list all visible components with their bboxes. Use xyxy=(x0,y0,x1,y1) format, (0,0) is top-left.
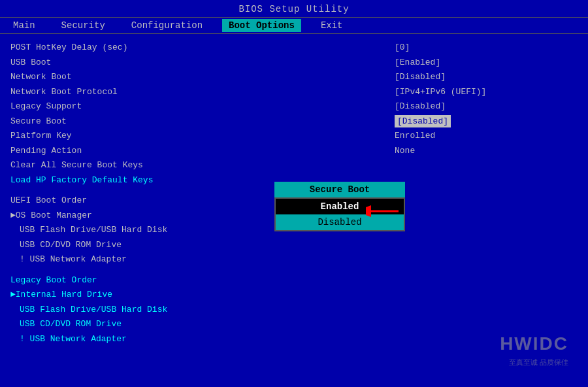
menu-item-usb-network-legacy[interactable]: ! USB Network Adapter xyxy=(10,332,388,346)
bios-title: BIOS Setup Utility xyxy=(238,4,349,14)
title-bar: BIOS Setup Utility xyxy=(0,0,588,17)
menu-item-pending-action[interactable]: Pending Action xyxy=(10,144,388,158)
arrow-indicator xyxy=(366,201,405,224)
value-usb-boot: [Enabled] xyxy=(395,56,578,70)
value-pending-action: None xyxy=(395,144,578,158)
dropdown-title: Secure Boot xyxy=(274,182,405,197)
menu-item-secure-boot[interactable]: Secure Boot xyxy=(10,114,388,129)
menu-item-usb-dvd-legacy[interactable]: USB CD/DVD ROM Drive xyxy=(10,317,388,331)
menu-item-network-boot[interactable]: Network Boot xyxy=(10,70,388,84)
nav-boot-options[interactable]: Boot Options xyxy=(222,19,301,32)
menu-item-network-boot-protocol[interactable]: Network Boot Protocol xyxy=(10,85,388,99)
value-secure-boot: [Disabled] xyxy=(395,114,578,129)
nav-security[interactable]: Security xyxy=(55,19,112,32)
value-secure-boot-highlighted: [Disabled] xyxy=(395,115,451,128)
right-values: [0] [Enabled] [Disabled] [IPv4+IPv6 (UEF… xyxy=(395,41,578,375)
menu-item-usb-dvd-uefi[interactable]: USB CD/DVD ROM Drive xyxy=(10,238,388,252)
value-legacy-support: [Disabled] xyxy=(395,99,578,114)
menu-item-legacy-boot-order: Legacy Boot Order xyxy=(10,273,388,288)
menu-item-internal-hdd[interactable]: ►Internal Hard Drive xyxy=(10,288,388,302)
menu-item-legacy-support[interactable]: Legacy Support xyxy=(10,99,388,114)
menu-item-post-hotkey[interactable]: POST HotKey Delay (sec) xyxy=(10,41,388,55)
value-platform-key: Enrolled xyxy=(395,129,578,143)
menu-item-usb-network-uefi[interactable]: ! USB Network Adapter xyxy=(10,252,388,267)
menu-item-platform-key[interactable]: Platform Key xyxy=(10,129,388,143)
watermark-main: HWIDC xyxy=(500,333,568,354)
red-arrow-svg xyxy=(366,201,405,221)
menu-item-usb-flash-legacy[interactable]: USB Flash Drive/USB Hard Disk xyxy=(10,303,388,317)
value-network-boot: [Disabled] xyxy=(395,70,578,84)
nav-bar: Main Security Configuration Boot Options… xyxy=(0,17,588,34)
nav-exit[interactable]: Exit xyxy=(314,19,350,32)
menu-item-clear-secure-boot[interactable]: Clear All Secure Boot Keys xyxy=(10,158,388,173)
nav-configuration[interactable]: Configuration xyxy=(125,19,209,32)
nav-main[interactable]: Main xyxy=(7,19,42,32)
menu-item-usb-boot[interactable]: USB Boot xyxy=(10,56,388,70)
value-network-boot-protocol: [IPv4+IPv6 (UEFI)] xyxy=(395,85,578,99)
value-post-hotkey: [0] xyxy=(395,41,578,55)
watermark-sub: 至真至诚 品质保佳 xyxy=(509,358,568,367)
